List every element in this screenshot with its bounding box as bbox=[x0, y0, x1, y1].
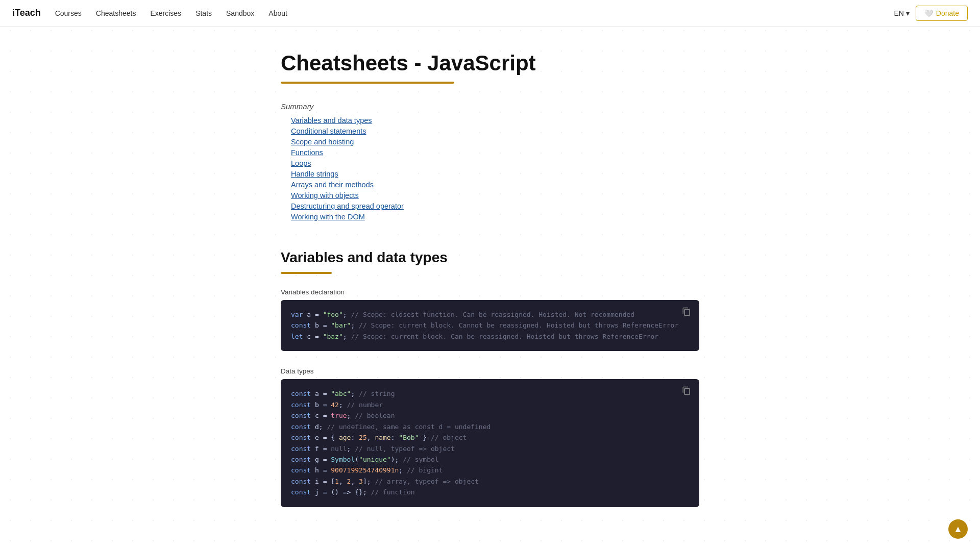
lang-label: EN bbox=[894, 9, 903, 17]
list-item: Variables and data types bbox=[291, 116, 699, 124]
summary-link-objects[interactable]: Working with objects bbox=[291, 191, 359, 199]
code-block-data-types: Data types const a = "abc"; // string co… bbox=[281, 367, 699, 507]
nav-link-stats[interactable]: Stats bbox=[195, 9, 212, 17]
code-label-data-types: Data types bbox=[281, 367, 699, 375]
nav-link-cheatsheets[interactable]: Cheatsheets bbox=[96, 9, 136, 17]
summary-link-variables[interactable]: Variables and data types bbox=[291, 116, 372, 124]
summary-link-strings[interactable]: Handle strings bbox=[291, 170, 338, 178]
chevron-up-icon: ▲ bbox=[953, 524, 963, 535]
list-item: Handle strings bbox=[291, 169, 699, 178]
copy-icon[interactable] bbox=[681, 306, 692, 317]
list-item: Functions bbox=[291, 148, 699, 157]
summary-list: Variables and data types Conditional sta… bbox=[281, 116, 699, 221]
nav-logo[interactable]: iTeach bbox=[12, 8, 41, 18]
navbar: iTeach Courses Cheatsheets Exercises Sta… bbox=[0, 0, 980, 27]
list-item: Arrays and their methods bbox=[291, 180, 699, 189]
title-underline bbox=[281, 82, 454, 84]
copy-icon-data-types[interactable] bbox=[681, 385, 692, 396]
summary-link-functions[interactable]: Functions bbox=[291, 148, 323, 157]
chevron-down-icon: ▾ bbox=[906, 9, 910, 17]
summary-link-destructuring[interactable]: Destructuring and spread operator bbox=[291, 202, 404, 210]
code-block-content-data-types: const a = "abc"; // string const b = 42;… bbox=[281, 379, 699, 507]
scroll-to-top-button[interactable]: ▲ bbox=[948, 519, 968, 539]
nav-left: iTeach Courses Cheatsheets Exercises Sta… bbox=[12, 8, 287, 18]
code-content-declaration: var a = "foo"; // Scope: closest functio… bbox=[291, 309, 689, 342]
code-block-variables-declaration: Variables declaration var a = "foo"; // … bbox=[281, 288, 699, 351]
page-title: Cheatsheets - JavaScript bbox=[281, 51, 699, 76]
section-variables: Variables and data types Variables decla… bbox=[281, 249, 699, 507]
nav-link-courses[interactable]: Courses bbox=[55, 9, 82, 17]
list-item: Scope and hoisting bbox=[291, 137, 699, 146]
nav-right: EN ▾ 🤍 Donate bbox=[894, 6, 968, 21]
main-content: Cheatsheets - JavaScript Summary Variabl… bbox=[260, 27, 720, 551]
summary-link-arrays[interactable]: Arrays and their methods bbox=[291, 181, 374, 189]
summary-link-scope[interactable]: Scope and hoisting bbox=[291, 138, 354, 146]
language-selector[interactable]: EN ▾ bbox=[894, 9, 909, 17]
donate-button[interactable]: 🤍 Donate bbox=[916, 6, 968, 21]
list-item: Destructuring and spread operator bbox=[291, 202, 699, 210]
donate-label: Donate bbox=[936, 9, 959, 17]
summary-link-conditional[interactable]: Conditional statements bbox=[291, 127, 366, 135]
code-block-content-declaration: var a = "foo"; // Scope: closest functio… bbox=[281, 300, 699, 351]
nav-link-exercises[interactable]: Exercises bbox=[150, 9, 181, 17]
summary-section: Summary Variables and data types Conditi… bbox=[281, 102, 699, 221]
section-title-variables: Variables and data types bbox=[281, 249, 699, 266]
summary-link-dom[interactable]: Working with the DOM bbox=[291, 213, 365, 221]
list-item: Loops bbox=[291, 159, 699, 167]
list-item: Working with objects bbox=[291, 191, 699, 199]
nav-link-sandbox[interactable]: Sandbox bbox=[226, 9, 254, 17]
summary-link-loops[interactable]: Loops bbox=[291, 159, 311, 167]
summary-label: Summary bbox=[281, 102, 699, 111]
nav-link-about[interactable]: About bbox=[268, 9, 287, 17]
list-item: Working with the DOM bbox=[291, 212, 699, 221]
code-label-declaration: Variables declaration bbox=[281, 288, 699, 296]
list-item: Conditional statements bbox=[291, 127, 699, 135]
code-content-data-types: const a = "abc"; // string const b = 42;… bbox=[291, 388, 689, 497]
section-underline bbox=[281, 272, 332, 274]
heart-icon: 🤍 bbox=[924, 9, 933, 17]
